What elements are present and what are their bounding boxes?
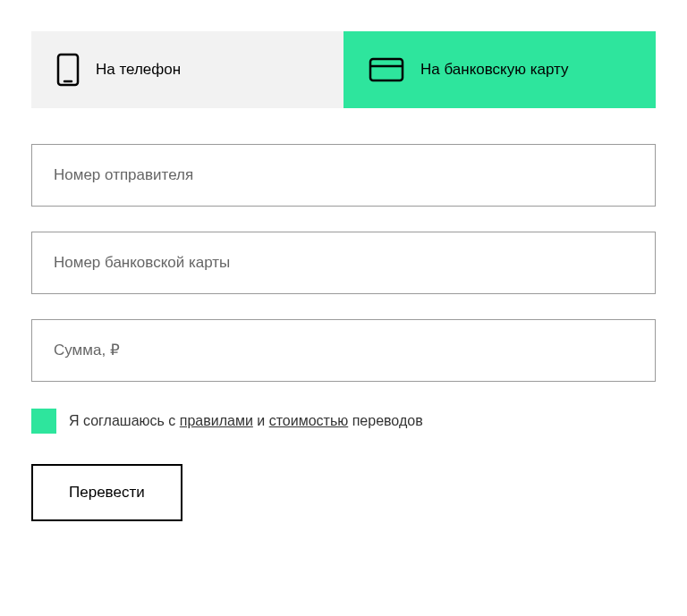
tab-phone-label: На телефон — [96, 60, 181, 80]
tab-card-label: На банковскую карту — [420, 60, 569, 80]
agree-checkbox[interactable] — [31, 409, 56, 434]
agree-suffix: переводов — [348, 413, 422, 428]
amount-input[interactable] — [31, 319, 656, 382]
transfer-button[interactable]: Перевести — [31, 464, 182, 521]
transfer-form: Я соглашаюсь с правилами и стоимостью пе… — [31, 144, 656, 521]
rules-link[interactable]: правилами — [180, 413, 253, 428]
agree-text: Я соглашаюсь с правилами и стоимостью пе… — [69, 411, 423, 431]
tab-to-card[interactable]: На банковскую карту — [344, 31, 656, 108]
agree-prefix: Я соглашаюсь с — [69, 413, 180, 428]
svg-rect-2 — [370, 59, 403, 80]
phone-icon — [56, 53, 80, 87]
sender-number-input[interactable] — [31, 144, 656, 207]
card-icon — [369, 57, 404, 82]
agree-row: Я соглашаюсь с правилами и стоимостью пе… — [31, 409, 656, 434]
tab-to-phone[interactable]: На телефон — [31, 31, 344, 108]
agree-and: и — [253, 413, 269, 428]
card-number-input[interactable] — [31, 232, 656, 294]
transfer-type-tabs: На телефон На банковскую карту — [31, 31, 656, 108]
cost-link[interactable]: стоимостью — [269, 413, 349, 428]
